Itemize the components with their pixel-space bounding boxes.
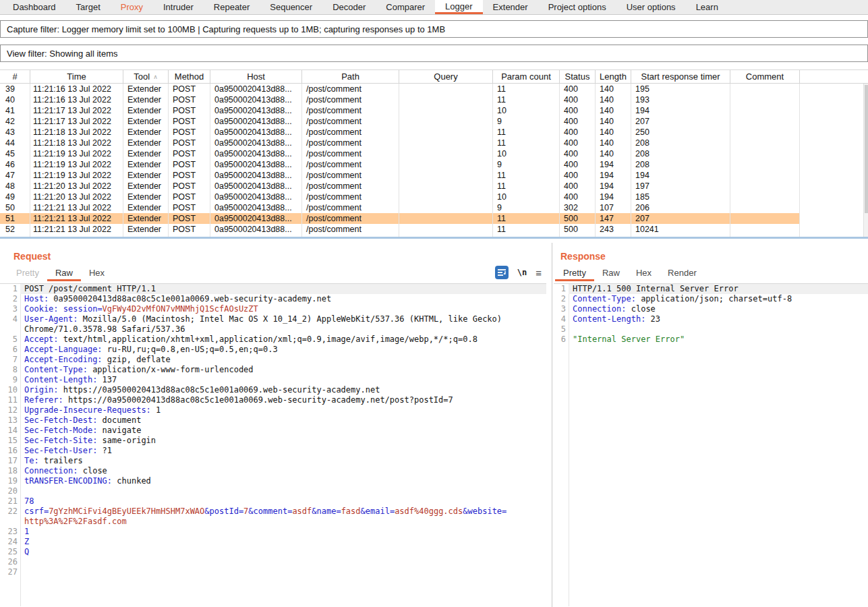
view-filter-bar[interactable]: View filter: Showing all items bbox=[0, 45, 868, 62]
cell-host: 0a9500020413d88... bbox=[210, 192, 302, 202]
cell-path: /post/comment bbox=[302, 148, 399, 159]
column-header-param-count[interactable]: Param count bbox=[493, 70, 560, 83]
tab-user-options[interactable]: User options bbox=[616, 0, 686, 14]
prettify-icon[interactable] bbox=[495, 266, 509, 279]
column-header-tool[interactable]: Tool∧ bbox=[123, 70, 169, 83]
line-number: 10 bbox=[0, 385, 20, 395]
table-scrollbar[interactable] bbox=[863, 84, 868, 237]
response-tab-pretty[interactable]: Pretty bbox=[555, 266, 594, 281]
tab-logger[interactable]: Logger bbox=[435, 0, 482, 14]
line-number: 3 bbox=[554, 304, 569, 314]
cell-n: 40 bbox=[0, 94, 30, 105]
tab-learn[interactable]: Learn bbox=[686, 0, 728, 14]
newline-toggle-icon[interactable]: \n bbox=[517, 268, 527, 277]
column-header-path[interactable]: Path bbox=[302, 70, 399, 83]
response-line-text: Connection:​ close bbox=[569, 304, 868, 314]
cell-n: 39 bbox=[0, 84, 30, 94]
column-header-method[interactable]: Method bbox=[169, 70, 210, 83]
response-tab-hex[interactable]: Hex bbox=[628, 266, 660, 281]
tab-decoder[interactable]: Decoder bbox=[322, 0, 376, 14]
tab-project-options[interactable]: Project options bbox=[538, 0, 616, 14]
tab-dashboard[interactable]: Dashboard bbox=[3, 0, 66, 14]
column-header-start-response-timer[interactable]: Start response timer bbox=[631, 70, 730, 83]
table-row[interactable]: 4711:21:19 13 Jul 2022ExtenderPOST0a9500… bbox=[0, 170, 868, 181]
cell-filler bbox=[800, 148, 868, 159]
cell-timer: 250 bbox=[631, 127, 730, 138]
request-line: 8Content-Type:​ application/x-www-form-u… bbox=[0, 365, 546, 375]
column-header-length[interactable]: Length bbox=[596, 70, 631, 83]
cell-status: 400 bbox=[560, 170, 596, 181]
table-row[interactable]: 4111:21:17 13 Jul 2022ExtenderPOST0a9500… bbox=[0, 105, 868, 116]
tab-proxy[interactable]: Proxy bbox=[111, 0, 153, 14]
table-row[interactable]: 5011:21:21 13 Jul 2022ExtenderPOST0a9500… bbox=[0, 202, 868, 213]
tab-extender[interactable]: Extender bbox=[483, 0, 538, 14]
response-tab-render[interactable]: Render bbox=[660, 266, 705, 281]
request-line-text: Accept-Encoding:​ gzip, deflate bbox=[20, 355, 546, 365]
cell-query bbox=[399, 213, 493, 224]
line-number: 14 bbox=[0, 426, 20, 436]
table-row[interactable]: 4211:21:17 13 Jul 2022ExtenderPOST0a9500… bbox=[0, 116, 868, 127]
request-title: Request bbox=[13, 251, 51, 262]
cell-length: 140 bbox=[596, 105, 631, 116]
line-number: 2 bbox=[0, 294, 20, 304]
cell-method: POST bbox=[169, 105, 210, 116]
table-row[interactable]: 4311:21:18 13 Jul 2022ExtenderPOST0a9500… bbox=[0, 127, 868, 138]
request-tab-hex[interactable]: Hex bbox=[81, 266, 113, 281]
request-editor[interactable]: 1POST /post/comment HTTP/1.12Host:​ 0a95… bbox=[0, 283, 546, 606]
table-row[interactable]: 4611:21:19 13 Jul 2022ExtenderPOST0a9500… bbox=[0, 159, 868, 170]
cell-n: 51 bbox=[0, 213, 30, 224]
cell-time: 11:21:22 13 Jul 2022 bbox=[30, 235, 123, 239]
table-row[interactable]: 4911:21:20 13 Jul 2022ExtenderPOST0a9500… bbox=[0, 192, 868, 202]
request-line-text: Connection:​ close bbox=[20, 466, 546, 476]
table-row[interactable]: 5211:21:21 13 Jul 2022ExtenderPOST0a9500… bbox=[0, 224, 868, 235]
line-number: 23 bbox=[0, 527, 20, 537]
tab-intruder[interactable]: Intruder bbox=[153, 0, 204, 14]
table-row[interactable]: 5111:21:21 13 Jul 2022ExtenderPOST0a9500… bbox=[0, 213, 868, 224]
table-row[interactable]: 4511:21:19 13 Jul 2022ExtenderPOST0a9500… bbox=[0, 148, 868, 159]
cell-host: 0a9500020413d88... bbox=[210, 116, 302, 127]
column-header-comment[interactable]: Comment bbox=[730, 70, 800, 83]
request-line: 3Cookie:​ ​session=​VgFWy4D2vMfON7vMNMhj… bbox=[0, 304, 546, 314]
cell-n: 47 bbox=[0, 170, 30, 181]
line-number: 4 bbox=[0, 314, 20, 335]
request-line-text: Sec-Fetch-User:​ ?1 bbox=[20, 446, 546, 456]
table-row[interactable]: 4011:21:16 13 Jul 2022ExtenderPOST0a9500… bbox=[0, 94, 868, 105]
cell-method: POST bbox=[169, 127, 210, 138]
tab-comparer[interactable]: Comparer bbox=[376, 0, 435, 14]
cell-comment bbox=[730, 213, 800, 224]
request-line: 231 bbox=[0, 527, 546, 537]
column-header-query[interactable]: Query bbox=[399, 70, 493, 83]
table-row[interactable]: 4411:21:18 13 Jul 2022ExtenderPOST0a9500… bbox=[0, 138, 868, 148]
tab-target[interactable]: Target bbox=[66, 0, 111, 14]
table-row[interactable]: 5311:21:22 13 Jul 2022ExtenderPOST0a9500… bbox=[0, 235, 868, 239]
table-scrollbar-thumb[interactable] bbox=[865, 85, 868, 213]
table-row[interactable]: 3911:21:16 13 Jul 2022ExtenderPOST0a9500… bbox=[0, 84, 868, 94]
tab-repeater[interactable]: Repeater bbox=[204, 0, 260, 14]
column-header-time[interactable]: Time bbox=[30, 70, 123, 83]
column-header--[interactable]: # bbox=[0, 70, 30, 83]
cell-status: 400 bbox=[560, 181, 596, 192]
request-line: 7Accept-Encoding:​ gzip, deflate bbox=[0, 355, 546, 365]
cell-query bbox=[399, 224, 493, 235]
request-line: 17Te:​ trailers bbox=[0, 456, 546, 466]
tab-sequencer[interactable]: Sequencer bbox=[260, 0, 322, 14]
capture-filter-bar[interactable]: Capture filter: Logger memory limit set … bbox=[0, 20, 868, 38]
response-line-text bbox=[569, 324, 868, 335]
cell-path: /post/comment bbox=[302, 192, 399, 202]
cell-path: /post/comment bbox=[302, 181, 399, 192]
cell-comment bbox=[730, 224, 800, 235]
response-tab-raw[interactable]: Raw bbox=[594, 266, 628, 281]
request-tab-raw[interactable]: Raw bbox=[47, 266, 81, 281]
column-header-host[interactable]: Host bbox=[210, 70, 302, 83]
request-tab-pretty[interactable]: Pretty bbox=[8, 266, 47, 281]
column-header-status[interactable]: Status bbox=[560, 70, 596, 83]
table-row[interactable]: 4811:21:20 13 Jul 2022ExtenderPOST0a9500… bbox=[0, 181, 868, 192]
editor-menu-icon[interactable]: ≡ bbox=[536, 267, 542, 279]
response-editor[interactable]: 1HTTP/1.1 500 Internal Server Error2Cont… bbox=[554, 283, 868, 606]
response-line: 1HTTP/1.1 500 Internal Server Error bbox=[554, 284, 868, 294]
cell-n: 53 bbox=[0, 235, 30, 239]
cell-comment bbox=[730, 116, 800, 127]
cell-tool: Extender bbox=[123, 202, 169, 213]
cell-path: /post/comment bbox=[302, 202, 399, 213]
cell-path: /post/comment bbox=[302, 159, 399, 170]
